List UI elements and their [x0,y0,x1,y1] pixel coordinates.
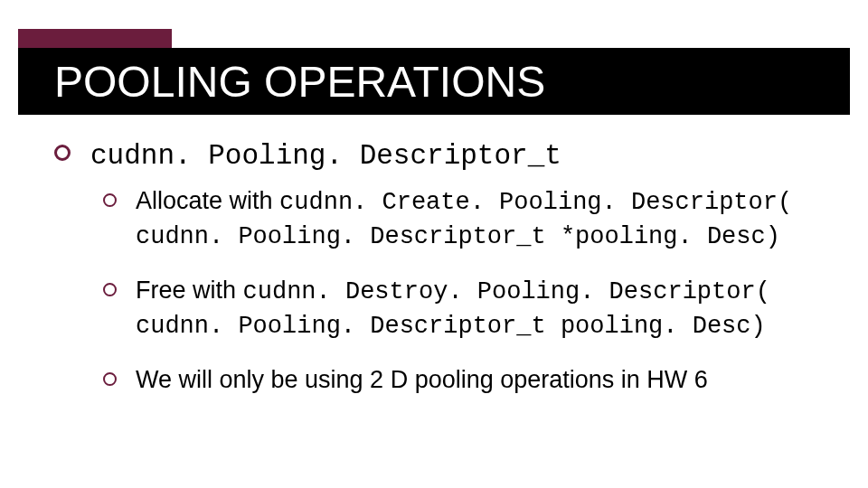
text: We will only be using 2 D pooling operat… [136,366,708,393]
list-item: cudnn. Pooling. Descriptor_t Allocate wi… [54,136,832,396]
list-item: Free with cudnn. Destroy. Pooling. Descr… [90,274,832,343]
slide: POOLING OPERATIONS cudnn. Pooling. Descr… [0,0,868,488]
text-prefix: Allocate with [136,187,279,214]
accent-bar [18,29,172,48]
title-bar: POOLING OPERATIONS [18,48,850,115]
content-area: cudnn. Pooling. Descriptor_t Allocate wi… [54,136,832,416]
text-prefix: Free with [136,277,243,304]
bullet-list-level2: Allocate with cudnn. Create. Pooling. De… [90,184,832,396]
slide-title: POOLING OPERATIONS [18,57,545,107]
list-item: We will only be using 2 D pooling operat… [90,363,832,396]
bullet-list-level1: cudnn. Pooling. Descriptor_t Allocate wi… [54,136,832,396]
code-text: cudnn. Pooling. Descriptor_t [90,140,561,172]
list-item: Allocate with cudnn. Create. Pooling. De… [90,184,832,254]
